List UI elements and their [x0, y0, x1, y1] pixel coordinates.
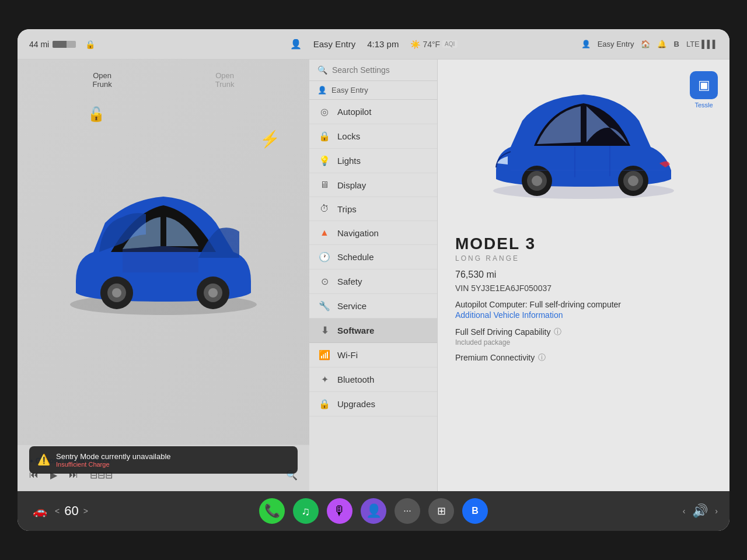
taskbar-left: 🚗 < 60 >: [29, 501, 134, 522]
upgrades-icon: 🔒: [319, 398, 330, 410]
profile-icon-settings: 👤: [317, 86, 327, 94]
phone-app-btn[interactable]: 📞: [259, 498, 285, 524]
car-labels: Open Frunk Open Trunk: [18, 71, 309, 89]
menu-item-schedule[interactable]: 🕐 Schedule: [309, 245, 437, 270]
bluetooth-app-btn[interactable]: B: [462, 498, 488, 524]
search-input[interactable]: [332, 65, 429, 75]
service-icon: 🔧: [319, 300, 330, 312]
vol-decrease-btn[interactable]: ‹: [683, 506, 686, 516]
bell-icon[interactable]: 🔔: [657, 40, 666, 48]
svg-point-6: [208, 288, 218, 298]
mileage: 76,530 mi: [455, 270, 712, 280]
speed-increase-btn[interactable]: >: [83, 506, 88, 516]
bluetooth-taskbar-icon: B: [472, 506, 479, 516]
navigation-label: Navigation: [337, 228, 379, 238]
bluetooth-status-icon[interactable]: B: [673, 40, 679, 48]
display-icon: 🖥: [319, 180, 330, 190]
autopilot-label: Autopilot: [337, 107, 371, 117]
connectivity-info-icon[interactable]: ⓘ: [538, 352, 546, 363]
more-apps-btn[interactable]: ···: [395, 498, 420, 524]
grid-app-btn[interactable]: ⊞: [428, 498, 454, 524]
alert-title: Sentry Mode currently unavailable: [56, 452, 171, 461]
menu-item-locks[interactable]: 🔒 Locks: [309, 124, 437, 149]
locks-icon: 🔒: [319, 131, 330, 142]
avatar-app-btn[interactable]: 👤: [361, 498, 386, 524]
vehicle-info-panel: ▣ Tessle MODEL 3 LONG RANGE 76,530 mi VI…: [438, 60, 729, 491]
fsd-info-icon[interactable]: ⓘ: [554, 327, 561, 337]
search-icon: 🔍: [317, 65, 327, 75]
open-frunk-label[interactable]: Open Frunk: [93, 71, 112, 89]
taskbar: 🚗 < 60 > 📞 ♫ 🎙 👤 ··· ⊞: [18, 491, 729, 531]
schedule-icon: 🕐: [319, 251, 330, 262]
search-bar: 🔍: [309, 60, 437, 81]
settings-menu: ◎ Autopilot 🔒 Locks 💡 Lights 🖥 Display ⏱: [309, 100, 437, 491]
menu-item-software[interactable]: ⬇ Software: [309, 318, 437, 343]
service-label: Service: [337, 301, 366, 311]
fsd-label: Full Self Driving Capability: [455, 327, 550, 337]
home-icon[interactable]: 🏠: [641, 40, 650, 48]
tessle-icon-img: ▣: [690, 71, 718, 99]
vehicle-image-area: ▣ Tessle: [438, 60, 729, 223]
speed-control: < 60 >: [55, 503, 88, 519]
menu-item-display[interactable]: 🖥 Display: [309, 173, 437, 197]
car-image-left: [58, 176, 268, 328]
battery-fill: [53, 41, 67, 48]
status-center: 👤 Easy Entry 4:13 pm ☀️ 74°F AQI: [290, 38, 458, 50]
menu-item-bluetooth[interactable]: ✦ Bluetooth: [309, 368, 437, 392]
alert-subtitle: Insufficient Charge: [56, 461, 171, 468]
lights-label: Lights: [337, 156, 361, 166]
tesla-screen: 44 mi 🔒 👤 Easy Entry 4:13 pm ☀️ 74°F AQI…: [18, 29, 729, 531]
software-label: Software: [337, 326, 374, 335]
open-trunk-label[interactable]: Open Trunk: [215, 71, 235, 89]
spotify-icon: ♫: [302, 505, 310, 518]
sentry-alert: ⚠️ Sentry Mode currently unavailable Ins…: [29, 446, 298, 474]
menu-item-autopilot[interactable]: ◎ Autopilot: [309, 100, 437, 124]
dots-icon: ···: [403, 506, 411, 516]
features-section: Full Self Driving Capability ⓘ Included …: [455, 327, 712, 363]
trips-label: Trips: [337, 204, 357, 214]
svg-point-13: [628, 176, 638, 186]
fsd-row: Full Self Driving Capability ⓘ: [455, 327, 712, 337]
speed-value: 60: [64, 503, 78, 519]
car-home-btn[interactable]: 🚗: [29, 501, 50, 522]
lte-icon: LTE ▌▌▌: [686, 40, 718, 48]
temp-display: ☀️ 74°F AQI: [410, 40, 457, 49]
menu-item-wifi[interactable]: 📶 Wi-Fi: [309, 343, 437, 368]
menu-item-trips[interactable]: ⏱ Trips: [309, 197, 437, 221]
menu-item-lights[interactable]: 💡 Lights: [309, 149, 437, 173]
phone-icon: 📞: [264, 503, 280, 519]
taskbar-center: 📞 ♫ 🎙 👤 ··· ⊞ B: [134, 498, 613, 524]
alert-text: Sentry Mode currently unavailable Insuff…: [56, 452, 171, 468]
podcast-icon: 🎙: [333, 503, 346, 519]
avatar-icon: 👤: [366, 503, 382, 519]
sun-icon: ☀️: [410, 40, 420, 49]
time-display: 4:13 pm: [367, 39, 399, 49]
menu-item-navigation[interactable]: ▲ Navigation: [309, 221, 437, 245]
spotify-app-btn[interactable]: ♫: [293, 498, 319, 524]
vol-increase-btn[interactable]: ›: [715, 506, 718, 516]
schedule-label: Schedule: [337, 252, 374, 262]
additional-info-link[interactable]: Additional Vehicle Information: [455, 310, 712, 320]
alert-warning-icon: ⚠️: [37, 453, 50, 466]
car-visualization: 🔓 ⚡: [18, 60, 309, 444]
locks-label: Locks: [337, 131, 360, 141]
frunk-open-icon: 🔓: [88, 106, 105, 123]
lock-icon: 🔒: [85, 40, 95, 49]
speed-decrease-btn[interactable]: <: [55, 506, 60, 516]
status-bar: 44 mi 🔒 👤 Easy Entry 4:13 pm ☀️ 74°F AQI…: [18, 29, 729, 60]
software-icon: ⬇: [319, 325, 330, 336]
tessle-app-icon[interactable]: ▣ Tessle: [690, 71, 718, 108]
main-content: Open Frunk Open Trunk 🔓 ⚡: [18, 60, 729, 491]
settings-profile-label: Easy Entry: [331, 86, 368, 94]
menu-item-safety[interactable]: ⊙ Safety: [309, 270, 437, 294]
menu-item-service[interactable]: 🔧 Service: [309, 294, 437, 318]
menu-item-upgrades[interactable]: 🔒 Upgrades: [309, 392, 437, 416]
easy-entry-top[interactable]: Easy Entry: [313, 39, 356, 49]
charging-icon: ⚡: [260, 130, 280, 149]
status-right: 👤 Easy Entry 🏠 🔔 B LTE ▌▌▌: [581, 40, 718, 48]
podcast-app-btn[interactable]: 🎙: [327, 498, 352, 524]
model-name: MODEL 3: [455, 235, 712, 253]
navigation-icon: ▲: [319, 228, 330, 238]
lights-icon: 💡: [319, 155, 330, 166]
easy-entry-right[interactable]: Easy Entry: [598, 40, 634, 48]
